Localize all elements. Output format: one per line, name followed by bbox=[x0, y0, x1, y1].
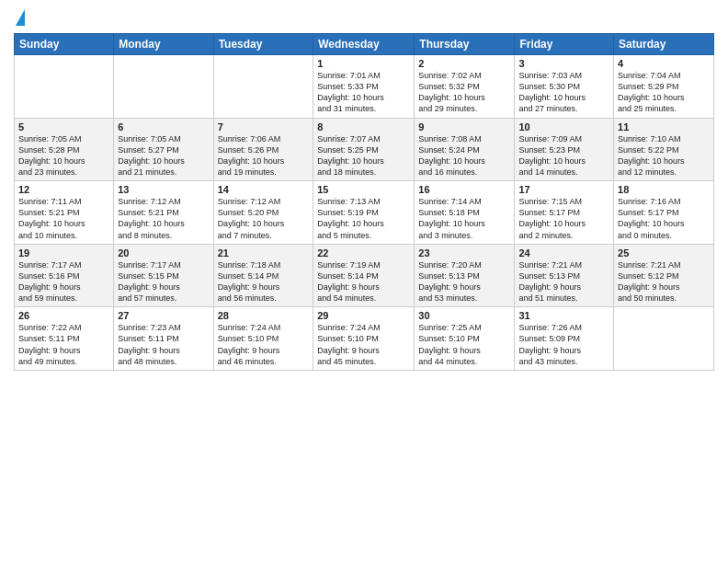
day-number: 16 bbox=[418, 184, 510, 195]
day-cell: 6Sunrise: 7:05 AMSunset: 5:27 PMDaylight… bbox=[114, 118, 213, 181]
col-header-wednesday: Wednesday bbox=[313, 34, 415, 55]
day-cell: 10Sunrise: 7:09 AMSunset: 5:23 PMDayligh… bbox=[515, 118, 614, 181]
day-info: Sunrise: 7:01 AMSunset: 5:33 PMDaylight:… bbox=[317, 70, 410, 115]
day-info: Sunrise: 7:08 AMSunset: 5:24 PMDaylight:… bbox=[418, 133, 510, 178]
day-number: 17 bbox=[518, 184, 609, 195]
day-number: 11 bbox=[618, 121, 710, 132]
day-cell: 18Sunrise: 7:16 AMSunset: 5:17 PMDayligh… bbox=[614, 181, 714, 245]
day-info: Sunrise: 7:22 AMSunset: 5:11 PMDaylight:… bbox=[18, 322, 109, 367]
day-number: 23 bbox=[418, 247, 510, 259]
day-info: Sunrise: 7:21 AMSunset: 5:13 PMDaylight:… bbox=[518, 259, 609, 304]
day-cell: 11Sunrise: 7:10 AMSunset: 5:22 PMDayligh… bbox=[614, 118, 714, 181]
day-info: Sunrise: 7:15 AMSunset: 5:17 PMDaylight:… bbox=[518, 196, 609, 241]
day-cell: 14Sunrise: 7:12 AMSunset: 5:20 PMDayligh… bbox=[213, 181, 313, 245]
day-cell bbox=[114, 55, 213, 119]
day-number: 8 bbox=[317, 121, 410, 132]
day-cell: 25Sunrise: 7:21 AMSunset: 5:12 PMDayligh… bbox=[614, 244, 714, 307]
day-info: Sunrise: 7:10 AMSunset: 5:22 PMDaylight:… bbox=[618, 133, 710, 178]
day-info: Sunrise: 7:23 AMSunset: 5:11 PMDaylight:… bbox=[118, 322, 209, 367]
day-cell: 29Sunrise: 7:24 AMSunset: 5:10 PMDayligh… bbox=[313, 307, 415, 371]
day-info: Sunrise: 7:19 AMSunset: 5:14 PMDaylight:… bbox=[317, 259, 410, 304]
page: SundayMondayTuesdayWednesdayThursdayFrid… bbox=[0, 0, 728, 563]
day-info: Sunrise: 7:06 AMSunset: 5:26 PMDaylight:… bbox=[218, 133, 310, 178]
week-row-4: 19Sunrise: 7:17 AMSunset: 5:16 PMDayligh… bbox=[15, 244, 714, 307]
day-number: 6 bbox=[118, 121, 209, 132]
col-header-tuesday: Tuesday bbox=[213, 34, 313, 55]
day-info: Sunrise: 7:17 AMSunset: 5:16 PMDaylight:… bbox=[18, 259, 109, 304]
week-row-1: 1Sunrise: 7:01 AMSunset: 5:33 PMDaylight… bbox=[15, 55, 714, 119]
day-info: Sunrise: 7:20 AMSunset: 5:13 PMDaylight:… bbox=[418, 259, 510, 304]
day-number: 10 bbox=[518, 121, 609, 132]
week-row-2: 5Sunrise: 7:05 AMSunset: 5:28 PMDaylight… bbox=[15, 118, 714, 181]
day-number: 28 bbox=[218, 310, 310, 321]
logo bbox=[14, 9, 25, 28]
day-info: Sunrise: 7:17 AMSunset: 5:15 PMDaylight:… bbox=[118, 259, 209, 304]
day-cell: 23Sunrise: 7:20 AMSunset: 5:13 PMDayligh… bbox=[415, 244, 515, 307]
day-info: Sunrise: 7:05 AMSunset: 5:28 PMDaylight:… bbox=[18, 133, 109, 178]
day-cell: 27Sunrise: 7:23 AMSunset: 5:11 PMDayligh… bbox=[114, 307, 213, 371]
day-cell: 24Sunrise: 7:21 AMSunset: 5:13 PMDayligh… bbox=[515, 244, 614, 307]
day-info: Sunrise: 7:11 AMSunset: 5:21 PMDaylight:… bbox=[18, 196, 109, 241]
day-number: 1 bbox=[317, 58, 410, 69]
day-number: 24 bbox=[518, 247, 609, 259]
day-info: Sunrise: 7:12 AMSunset: 5:21 PMDaylight:… bbox=[118, 196, 209, 241]
day-cell: 28Sunrise: 7:24 AMSunset: 5:10 PMDayligh… bbox=[213, 307, 313, 371]
day-number: 29 bbox=[317, 310, 410, 321]
day-cell: 22Sunrise: 7:19 AMSunset: 5:14 PMDayligh… bbox=[313, 244, 415, 307]
day-cell: 4Sunrise: 7:04 AMSunset: 5:29 PMDaylight… bbox=[614, 55, 714, 119]
day-number: 31 bbox=[518, 310, 609, 321]
week-row-3: 12Sunrise: 7:11 AMSunset: 5:21 PMDayligh… bbox=[15, 181, 714, 245]
day-number: 21 bbox=[218, 247, 310, 259]
col-header-sunday: Sunday bbox=[15, 34, 114, 55]
day-cell: 9Sunrise: 7:08 AMSunset: 5:24 PMDaylight… bbox=[415, 118, 515, 181]
day-cell: 21Sunrise: 7:18 AMSunset: 5:14 PMDayligh… bbox=[213, 244, 313, 307]
day-number: 19 bbox=[18, 247, 109, 259]
logo-triangle-icon bbox=[16, 9, 25, 26]
day-cell bbox=[15, 55, 114, 119]
day-number: 4 bbox=[618, 58, 710, 69]
day-cell: 7Sunrise: 7:06 AMSunset: 5:26 PMDaylight… bbox=[213, 118, 313, 181]
day-info: Sunrise: 7:14 AMSunset: 5:18 PMDaylight:… bbox=[418, 196, 510, 241]
day-number: 15 bbox=[317, 184, 410, 195]
day-cell: 1Sunrise: 7:01 AMSunset: 5:33 PMDaylight… bbox=[313, 55, 415, 119]
day-number: 26 bbox=[18, 310, 109, 321]
day-cell bbox=[614, 307, 714, 371]
day-cell: 26Sunrise: 7:22 AMSunset: 5:11 PMDayligh… bbox=[15, 307, 114, 371]
day-info: Sunrise: 7:05 AMSunset: 5:27 PMDaylight:… bbox=[118, 133, 209, 178]
day-cell: 30Sunrise: 7:25 AMSunset: 5:10 PMDayligh… bbox=[415, 307, 515, 371]
day-number: 27 bbox=[118, 310, 209, 321]
day-cell: 3Sunrise: 7:03 AMSunset: 5:30 PMDaylight… bbox=[515, 55, 614, 119]
header-row: SundayMondayTuesdayWednesdayThursdayFrid… bbox=[15, 34, 714, 55]
day-info: Sunrise: 7:24 AMSunset: 5:10 PMDaylight:… bbox=[317, 322, 410, 367]
day-cell: 5Sunrise: 7:05 AMSunset: 5:28 PMDaylight… bbox=[15, 118, 114, 181]
day-number: 5 bbox=[18, 121, 109, 132]
day-cell: 12Sunrise: 7:11 AMSunset: 5:21 PMDayligh… bbox=[15, 181, 114, 245]
day-number: 30 bbox=[418, 310, 510, 321]
day-info: Sunrise: 7:26 AMSunset: 5:09 PMDaylight:… bbox=[518, 322, 609, 367]
col-header-saturday: Saturday bbox=[614, 34, 714, 55]
day-info: Sunrise: 7:13 AMSunset: 5:19 PMDaylight:… bbox=[317, 196, 410, 241]
day-cell: 17Sunrise: 7:15 AMSunset: 5:17 PMDayligh… bbox=[515, 181, 614, 245]
day-number: 13 bbox=[118, 184, 209, 195]
day-cell: 20Sunrise: 7:17 AMSunset: 5:15 PMDayligh… bbox=[114, 244, 213, 307]
week-row-5: 26Sunrise: 7:22 AMSunset: 5:11 PMDayligh… bbox=[15, 307, 714, 371]
day-cell: 16Sunrise: 7:14 AMSunset: 5:18 PMDayligh… bbox=[415, 181, 515, 245]
day-number: 18 bbox=[618, 184, 710, 195]
day-number: 7 bbox=[218, 121, 310, 132]
col-header-monday: Monday bbox=[114, 34, 213, 55]
day-number: 14 bbox=[218, 184, 310, 195]
calendar-table: SundayMondayTuesdayWednesdayThursdayFrid… bbox=[14, 33, 714, 371]
day-cell: 2Sunrise: 7:02 AMSunset: 5:32 PMDaylight… bbox=[415, 55, 515, 119]
col-header-thursday: Thursday bbox=[415, 34, 515, 55]
day-info: Sunrise: 7:04 AMSunset: 5:29 PMDaylight:… bbox=[618, 70, 710, 115]
day-number: 12 bbox=[18, 184, 109, 195]
day-cell: 15Sunrise: 7:13 AMSunset: 5:19 PMDayligh… bbox=[313, 181, 415, 245]
day-info: Sunrise: 7:24 AMSunset: 5:10 PMDaylight:… bbox=[218, 322, 310, 367]
day-cell: 13Sunrise: 7:12 AMSunset: 5:21 PMDayligh… bbox=[114, 181, 213, 245]
day-cell: 31Sunrise: 7:26 AMSunset: 5:09 PMDayligh… bbox=[515, 307, 614, 371]
day-number: 2 bbox=[418, 58, 510, 69]
day-cell: 8Sunrise: 7:07 AMSunset: 5:25 PMDaylight… bbox=[313, 118, 415, 181]
col-header-friday: Friday bbox=[515, 34, 614, 55]
day-number: 25 bbox=[618, 247, 710, 259]
day-info: Sunrise: 7:18 AMSunset: 5:14 PMDaylight:… bbox=[218, 259, 310, 304]
